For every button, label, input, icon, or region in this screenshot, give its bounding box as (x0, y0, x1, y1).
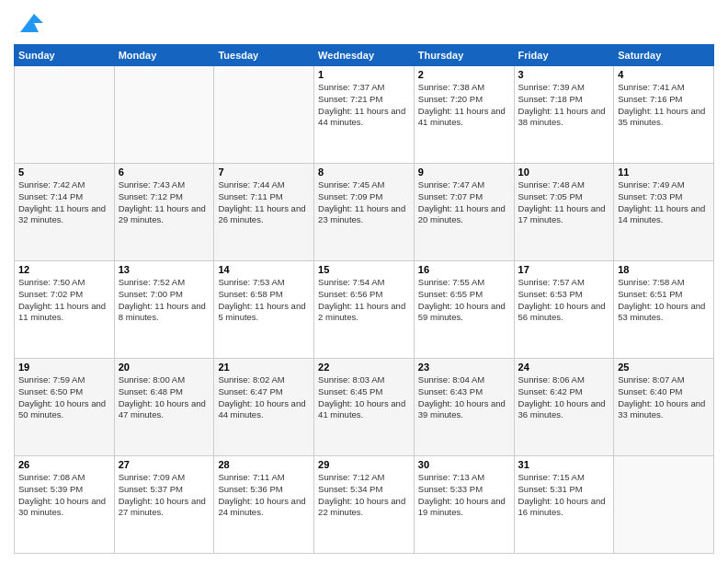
column-header-thursday: Thursday (414, 45, 514, 66)
day-number: 6 (119, 167, 210, 178)
day-number: 12 (18, 264, 110, 275)
day-number: 18 (618, 264, 710, 275)
calendar-table: SundayMondayTuesdayWednesdayThursdayFrid… (14, 44, 714, 554)
calendar-cell-3: 3Sunrise: 7:39 AM Sunset: 7:18 PM Daylig… (514, 66, 614, 164)
day-number: 16 (418, 264, 510, 275)
header (14, 9, 714, 37)
calendar-cell-empty (114, 66, 214, 164)
column-header-monday: Monday (114, 45, 214, 66)
day-number: 31 (518, 459, 610, 470)
calendar-cell-11: 11Sunrise: 7:49 AM Sunset: 7:03 PM Dayli… (614, 164, 714, 261)
day-number: 22 (318, 362, 410, 373)
logo (14, 9, 43, 37)
calendar-week-1: 5Sunrise: 7:42 AM Sunset: 7:14 PM Daylig… (15, 164, 714, 261)
calendar-cell-20: 20Sunrise: 8:00 AM Sunset: 6:48 PM Dayli… (114, 359, 214, 456)
day-info: Sunrise: 7:43 AM Sunset: 7:12 PM Dayligh… (119, 179, 210, 226)
day-info: Sunrise: 7:09 AM Sunset: 5:37 PM Dayligh… (119, 472, 210, 519)
svg-marker-0 (20, 14, 43, 32)
day-number: 7 (218, 167, 310, 178)
day-number: 23 (418, 362, 510, 373)
logo-icon (16, 9, 43, 37)
day-info: Sunrise: 7:12 AM Sunset: 5:34 PM Dayligh… (318, 472, 410, 519)
calendar-cell-6: 6Sunrise: 7:43 AM Sunset: 7:12 PM Daylig… (114, 164, 214, 261)
day-info: Sunrise: 7:45 AM Sunset: 7:09 PM Dayligh… (318, 179, 410, 226)
day-number: 28 (218, 459, 310, 470)
calendar-cell-24: 24Sunrise: 8:06 AM Sunset: 6:42 PM Dayli… (514, 359, 614, 456)
day-info: Sunrise: 7:47 AM Sunset: 7:07 PM Dayligh… (418, 179, 510, 226)
calendar-cell-10: 10Sunrise: 7:48 AM Sunset: 7:05 PM Dayli… (514, 164, 614, 261)
day-number: 17 (518, 264, 610, 275)
day-number: 29 (318, 459, 410, 470)
calendar-cell-30: 30Sunrise: 7:13 AM Sunset: 5:33 PM Dayli… (414, 456, 514, 554)
day-info: Sunrise: 7:50 AM Sunset: 7:02 PM Dayligh… (18, 277, 110, 324)
calendar-cell-5: 5Sunrise: 7:42 AM Sunset: 7:14 PM Daylig… (15, 164, 115, 261)
calendar-header-row: SundayMondayTuesdayWednesdayThursdayFrid… (15, 45, 714, 66)
day-info: Sunrise: 8:07 AM Sunset: 6:40 PM Dayligh… (618, 374, 710, 421)
calendar-cell-4: 4Sunrise: 7:41 AM Sunset: 7:16 PM Daylig… (614, 66, 714, 164)
day-info: Sunrise: 7:08 AM Sunset: 5:39 PM Dayligh… (18, 472, 110, 519)
day-number: 2 (418, 69, 510, 80)
day-number: 5 (18, 167, 110, 178)
day-info: Sunrise: 7:53 AM Sunset: 6:58 PM Dayligh… (218, 277, 310, 324)
day-number: 1 (318, 69, 410, 80)
calendar-cell-19: 19Sunrise: 7:59 AM Sunset: 6:50 PM Dayli… (15, 359, 115, 456)
calendar-cell-23: 23Sunrise: 8:04 AM Sunset: 6:43 PM Dayli… (414, 359, 514, 456)
day-info: Sunrise: 7:11 AM Sunset: 5:36 PM Dayligh… (218, 472, 310, 519)
calendar-cell-27: 27Sunrise: 7:09 AM Sunset: 5:37 PM Dayli… (114, 456, 214, 554)
day-number: 14 (218, 264, 310, 275)
day-info: Sunrise: 7:57 AM Sunset: 6:53 PM Dayligh… (518, 277, 610, 324)
day-number: 24 (518, 362, 610, 373)
day-number: 3 (518, 69, 610, 80)
calendar-cell-7: 7Sunrise: 7:44 AM Sunset: 7:11 PM Daylig… (214, 164, 314, 261)
day-info: Sunrise: 7:54 AM Sunset: 6:56 PM Dayligh… (318, 277, 410, 324)
day-number: 20 (119, 362, 210, 373)
calendar-cell-16: 16Sunrise: 7:55 AM Sunset: 6:55 PM Dayli… (414, 261, 514, 359)
day-info: Sunrise: 7:42 AM Sunset: 7:14 PM Dayligh… (18, 179, 110, 226)
day-number: 4 (618, 69, 710, 80)
day-info: Sunrise: 7:41 AM Sunset: 7:16 PM Dayligh… (618, 82, 710, 129)
calendar-week-4: 26Sunrise: 7:08 AM Sunset: 5:39 PM Dayli… (15, 456, 714, 554)
page: SundayMondayTuesdayWednesdayThursdayFrid… (0, 0, 728, 563)
day-info: Sunrise: 7:38 AM Sunset: 7:20 PM Dayligh… (418, 82, 510, 129)
day-number: 27 (119, 459, 210, 470)
calendar-cell-25: 25Sunrise: 8:07 AM Sunset: 6:40 PM Dayli… (614, 359, 714, 456)
calendar-week-2: 12Sunrise: 7:50 AM Sunset: 7:02 PM Dayli… (15, 261, 714, 359)
calendar-cell-empty (614, 456, 714, 554)
day-number: 13 (119, 264, 210, 275)
calendar-cell-empty (214, 66, 314, 164)
day-info: Sunrise: 7:44 AM Sunset: 7:11 PM Dayligh… (218, 179, 310, 226)
calendar-cell-12: 12Sunrise: 7:50 AM Sunset: 7:02 PM Dayli… (15, 261, 115, 359)
calendar-cell-31: 31Sunrise: 7:15 AM Sunset: 5:31 PM Dayli… (514, 456, 614, 554)
day-number: 30 (418, 459, 510, 470)
calendar-cell-empty (15, 66, 115, 164)
day-info: Sunrise: 7:48 AM Sunset: 7:05 PM Dayligh… (518, 179, 610, 226)
calendar-cell-29: 29Sunrise: 7:12 AM Sunset: 5:34 PM Dayli… (314, 456, 415, 554)
calendar-cell-17: 17Sunrise: 7:57 AM Sunset: 6:53 PM Dayli… (514, 261, 614, 359)
calendar-cell-8: 8Sunrise: 7:45 AM Sunset: 7:09 PM Daylig… (314, 164, 415, 261)
day-number: 8 (318, 167, 410, 178)
calendar-cell-21: 21Sunrise: 8:02 AM Sunset: 6:47 PM Dayli… (214, 359, 314, 456)
day-info: Sunrise: 7:55 AM Sunset: 6:55 PM Dayligh… (418, 277, 510, 324)
day-info: Sunrise: 8:06 AM Sunset: 6:42 PM Dayligh… (518, 374, 610, 421)
calendar-week-0: 1Sunrise: 7:37 AM Sunset: 7:21 PM Daylig… (15, 66, 714, 164)
day-info: Sunrise: 8:00 AM Sunset: 6:48 PM Dayligh… (119, 374, 210, 421)
calendar-cell-26: 26Sunrise: 7:08 AM Sunset: 5:39 PM Dayli… (15, 456, 115, 554)
day-info: Sunrise: 7:49 AM Sunset: 7:03 PM Dayligh… (618, 179, 710, 226)
calendar-cell-15: 15Sunrise: 7:54 AM Sunset: 6:56 PM Dayli… (314, 261, 415, 359)
column-header-saturday: Saturday (614, 45, 714, 66)
day-number: 25 (618, 362, 710, 373)
day-number: 21 (218, 362, 310, 373)
day-info: Sunrise: 7:58 AM Sunset: 6:51 PM Dayligh… (618, 277, 710, 324)
calendar-cell-28: 28Sunrise: 7:11 AM Sunset: 5:36 PM Dayli… (214, 456, 314, 554)
day-info: Sunrise: 7:37 AM Sunset: 7:21 PM Dayligh… (318, 82, 410, 129)
day-number: 11 (618, 167, 710, 178)
day-number: 15 (318, 264, 410, 275)
day-info: Sunrise: 7:13 AM Sunset: 5:33 PM Dayligh… (418, 472, 510, 519)
day-info: Sunrise: 7:15 AM Sunset: 5:31 PM Dayligh… (518, 472, 610, 519)
day-info: Sunrise: 8:02 AM Sunset: 6:47 PM Dayligh… (218, 374, 310, 421)
calendar-cell-2: 2Sunrise: 7:38 AM Sunset: 7:20 PM Daylig… (414, 66, 514, 164)
calendar-cell-1: 1Sunrise: 7:37 AM Sunset: 7:21 PM Daylig… (314, 66, 415, 164)
column-header-sunday: Sunday (15, 45, 115, 66)
day-info: Sunrise: 7:52 AM Sunset: 7:00 PM Dayligh… (119, 277, 210, 324)
day-info: Sunrise: 7:39 AM Sunset: 7:18 PM Dayligh… (518, 82, 610, 129)
